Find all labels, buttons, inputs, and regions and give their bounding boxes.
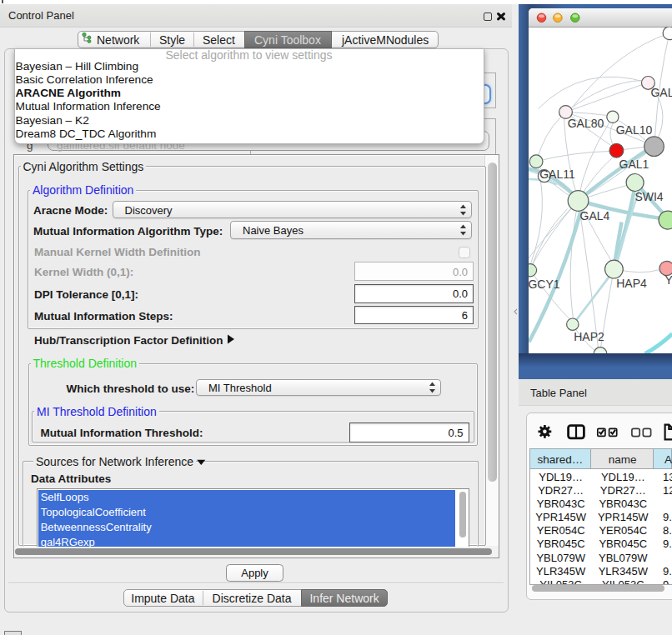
svg-text:HAP2: HAP2: [574, 330, 604, 343]
svg-text:GCY1: GCY1: [529, 277, 560, 290]
svg-text:GAL80: GAL80: [567, 117, 604, 130]
svg-text:GAL1: GAL1: [619, 158, 649, 171]
svg-text:GAL11: GAL11: [539, 167, 575, 180]
svg-text:GAL10: GAL10: [615, 122, 652, 136]
svg-text:SWI4: SWI4: [634, 190, 663, 203]
svg-text:GAL7: GAL7: [650, 85, 672, 98]
svg-text:Y: Y: [664, 273, 672, 287]
svg-text:HAP4: HAP4: [616, 276, 647, 289]
svg-text:GAL4: GAL4: [579, 208, 609, 222]
